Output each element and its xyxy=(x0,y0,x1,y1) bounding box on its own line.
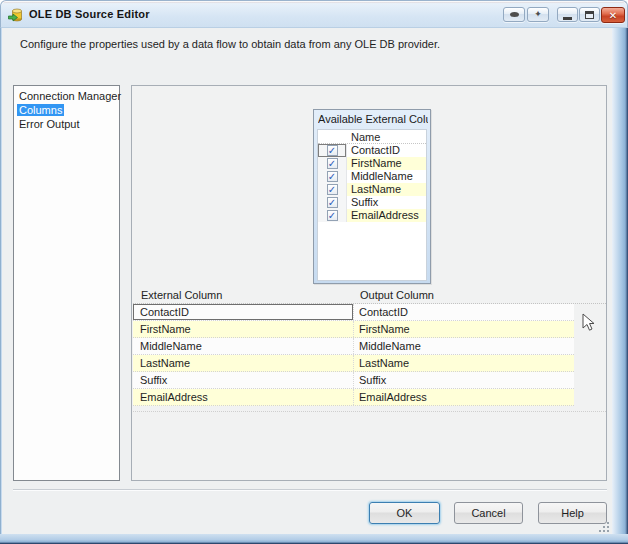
available-external-columns-title: Available External Colum... xyxy=(318,112,428,127)
ole-db-source-icon xyxy=(8,7,24,23)
checkbox-checked-icon: ✓ xyxy=(328,185,336,194)
external-column-cell[interactable]: EmailAddress xyxy=(133,389,354,405)
window-title: OLE DB Source Editor xyxy=(29,1,150,29)
sidebar-item-columns[interactable]: Columns xyxy=(14,103,119,117)
checkbox-cell[interactable]: ✓ xyxy=(318,183,347,196)
minimize-button[interactable] xyxy=(557,7,578,22)
window-border-right xyxy=(612,28,628,536)
output-column-cell[interactable]: LastName xyxy=(354,355,574,371)
footer-separator xyxy=(13,489,607,491)
close-button[interactable]: ✕ xyxy=(601,7,625,23)
checkbox[interactable]: ✓ xyxy=(327,171,338,182)
page-list[interactable]: Connection Manager Columns Error Output xyxy=(13,85,120,481)
external-column-cell[interactable]: FirstName xyxy=(133,321,354,337)
table-row[interactable]: EmailAddress EmailAddress xyxy=(133,389,574,406)
ole-db-source-editor-dialog: OLE DB Source Editor ✦ ✕ Configure the p… xyxy=(0,0,628,544)
mapping-table-body: ContactID ContactID FirstName FirstName … xyxy=(133,304,574,406)
list-item[interactable]: ✓ FirstName xyxy=(318,157,426,170)
caption-extra-button-1[interactable] xyxy=(503,7,525,22)
help-button[interactable]: Help xyxy=(538,502,607,524)
external-column-cell[interactable]: Suffix xyxy=(133,372,354,388)
checkbox[interactable]: ✓ xyxy=(327,197,338,208)
checkbox-checked-icon: ✓ xyxy=(328,172,336,181)
external-column-cell[interactable]: ContactID xyxy=(133,304,354,320)
blob-icon: ✦ xyxy=(534,10,542,19)
checkbox-checked-icon: ✓ xyxy=(328,159,336,168)
table-row[interactable]: LastName LastName xyxy=(133,355,574,372)
sidebar-item-error-output[interactable]: Error Output xyxy=(14,117,119,131)
checkbox-checked-icon: ✓ xyxy=(328,211,336,220)
output-column-cell[interactable]: MiddleName xyxy=(354,338,574,354)
caption-extra-button-2[interactable]: ✦ xyxy=(527,7,549,22)
column-name[interactable]: LastName xyxy=(347,183,426,196)
mapping-table-header: External Column Output Column xyxy=(133,287,606,304)
list-item[interactable]: ✓ EmailAddress xyxy=(318,209,426,222)
ok-button[interactable]: OK xyxy=(369,502,440,524)
checkbox-cell[interactable]: ✓ xyxy=(318,144,347,157)
output-column-header[interactable]: Output Column xyxy=(360,287,434,303)
column-name[interactable]: FirstName xyxy=(347,157,426,170)
column-name[interactable]: Suffix xyxy=(347,196,426,209)
maximize-icon xyxy=(585,11,594,19)
dialog-content: Configure the properties used by a data … xyxy=(2,28,612,534)
maximize-button[interactable] xyxy=(579,7,600,22)
list-item[interactable]: ✓ Suffix xyxy=(318,196,426,209)
checkbox[interactable]: ✓ xyxy=(327,145,338,156)
dialog-description: Configure the properties used by a data … xyxy=(20,38,440,50)
list-item[interactable]: ✓ LastName xyxy=(318,183,426,196)
column-name[interactable]: MiddleName xyxy=(347,170,426,183)
available-external-columns-list[interactable]: Name ✓ ContactID ✓ FirstName ✓ MiddleNam… xyxy=(317,129,427,281)
external-column-header[interactable]: External Column xyxy=(141,287,222,303)
available-external-columns-box: Available External Colum... Name ✓ Conta… xyxy=(313,109,431,284)
column-name[interactable]: ContactID xyxy=(347,144,426,157)
table-row[interactable]: MiddleName MiddleName xyxy=(133,338,574,355)
window-border-bottom xyxy=(0,534,628,544)
name-column-header[interactable]: Name xyxy=(318,130,426,144)
table-row[interactable]: ContactID ContactID xyxy=(133,304,574,321)
table-row[interactable]: FirstName FirstName xyxy=(133,321,574,338)
output-column-cell[interactable]: EmailAddress xyxy=(354,389,574,405)
minimize-icon xyxy=(563,17,572,20)
table-row[interactable]: Suffix Suffix xyxy=(133,372,574,389)
checkbox-cell[interactable]: ✓ xyxy=(318,209,347,222)
output-column-cell[interactable]: ContactID xyxy=(354,304,574,320)
title-bar[interactable]: OLE DB Source Editor ✦ ✕ xyxy=(0,0,628,28)
list-item[interactable]: ✓ ContactID xyxy=(318,144,426,157)
checkbox-checked-icon: ✓ xyxy=(328,198,336,207)
external-column-cell[interactable]: LastName xyxy=(133,355,354,371)
oval-icon xyxy=(510,12,519,17)
column-name[interactable]: EmailAddress xyxy=(347,209,426,222)
checkbox-cell[interactable]: ✓ xyxy=(318,170,347,183)
output-column-cell[interactable]: Suffix xyxy=(354,372,574,388)
mapping-table-tail-line xyxy=(133,408,606,412)
external-column-cell[interactable]: MiddleName xyxy=(133,338,354,354)
sidebar-item-connection-manager[interactable]: Connection Manager xyxy=(14,89,119,103)
checkbox-checked-icon: ✓ xyxy=(328,146,336,155)
checkbox[interactable]: ✓ xyxy=(327,210,338,221)
checkbox-cell[interactable]: ✓ xyxy=(318,196,347,209)
checkbox-cell[interactable]: ✓ xyxy=(318,157,347,170)
columns-page-panel: Available External Colum... Name ✓ Conta… xyxy=(131,85,607,481)
resize-grip[interactable] xyxy=(599,522,611,534)
close-icon: ✕ xyxy=(609,10,617,21)
cancel-button[interactable]: Cancel xyxy=(454,502,523,524)
output-column-cell[interactable]: FirstName xyxy=(354,321,574,337)
checkbox[interactable]: ✓ xyxy=(327,158,338,169)
checkbox[interactable]: ✓ xyxy=(327,184,338,195)
list-item[interactable]: ✓ MiddleName xyxy=(318,170,426,183)
